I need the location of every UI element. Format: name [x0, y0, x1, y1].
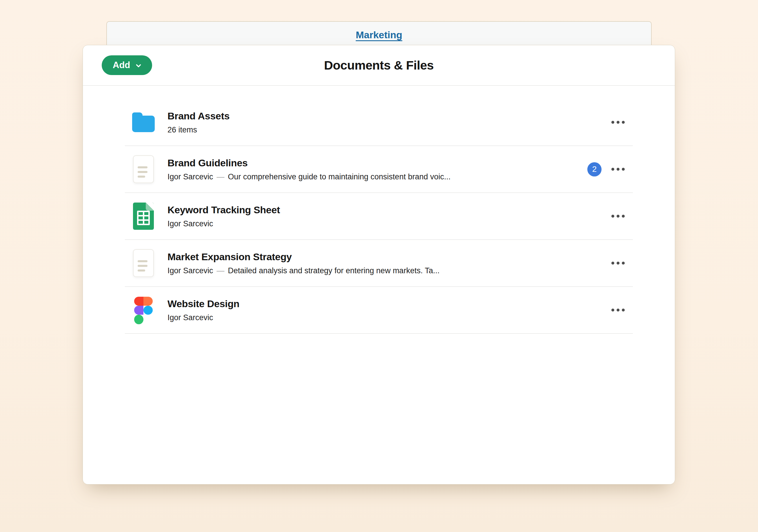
item-author: Igor Sarcevic	[167, 172, 213, 181]
documents-panel: Add Documents & Files Brand Assets 26 it…	[83, 45, 675, 484]
panel-header: Add Documents & Files	[83, 45, 675, 86]
item-title: Keyword Tracking Sheet	[167, 204, 280, 216]
item-title: Market Expansion Strategy	[167, 251, 439, 263]
item-subtitle: Igor Sarcevic—Our comprehensive guide to…	[167, 172, 451, 181]
item-count: 26 items	[167, 125, 197, 134]
subtitle-separator: —	[217, 172, 224, 181]
list-item-keyword-tracking-sheet[interactable]: Keyword Tracking Sheet Igor Sarcevic	[125, 193, 633, 240]
figma-icon	[134, 297, 153, 324]
item-title: Website Design	[167, 298, 239, 309]
item-subtitle: Igor Sarcevic—Detailed analysis and stra…	[167, 266, 439, 275]
more-options-button[interactable]	[611, 304, 625, 316]
item-author: Igor Sarcevic	[167, 313, 213, 322]
list-item-website-design[interactable]: Website Design Igor Sarcevic	[125, 287, 633, 334]
list-item-market-expansion-strategy[interactable]: Market Expansion Strategy Igor Sarcevic—…	[125, 240, 633, 287]
item-description: Detailed analysis and strategy for enter…	[228, 266, 439, 275]
list-item-brand-assets[interactable]: Brand Assets 26 items	[125, 99, 633, 146]
more-options-button[interactable]	[611, 117, 625, 128]
item-description: Our comprehensive guide to maintaining c…	[228, 172, 451, 181]
more-options-button[interactable]	[611, 258, 625, 268]
subtitle-separator: —	[217, 266, 224, 275]
spreadsheet-icon	[133, 202, 154, 230]
item-title: Brand Guidelines	[167, 157, 451, 169]
document-icon	[133, 155, 154, 183]
item-subtitle: 26 items	[167, 125, 229, 134]
item-title: Brand Assets	[167, 110, 229, 122]
document-list: Brand Assets 26 items Brand Guidelines I…	[125, 86, 633, 334]
more-options-button[interactable]	[611, 211, 625, 222]
item-author: Igor Sarcevic	[167, 266, 213, 275]
list-item-brand-guidelines[interactable]: Brand Guidelines Igor Sarcevic—Our compr…	[125, 146, 633, 193]
folder-icon	[132, 112, 155, 132]
item-subtitle: Igor Sarcevic	[167, 219, 280, 228]
unread-count-badge[interactable]: 2	[587, 162, 602, 176]
item-author: Igor Sarcevic	[167, 219, 213, 228]
more-options-button[interactable]	[611, 164, 625, 175]
breadcrumb-link-marketing[interactable]: Marketing	[356, 29, 402, 41]
document-icon	[133, 249, 154, 277]
page-title: Documents & Files	[83, 58, 675, 72]
item-subtitle: Igor Sarcevic	[167, 313, 239, 322]
